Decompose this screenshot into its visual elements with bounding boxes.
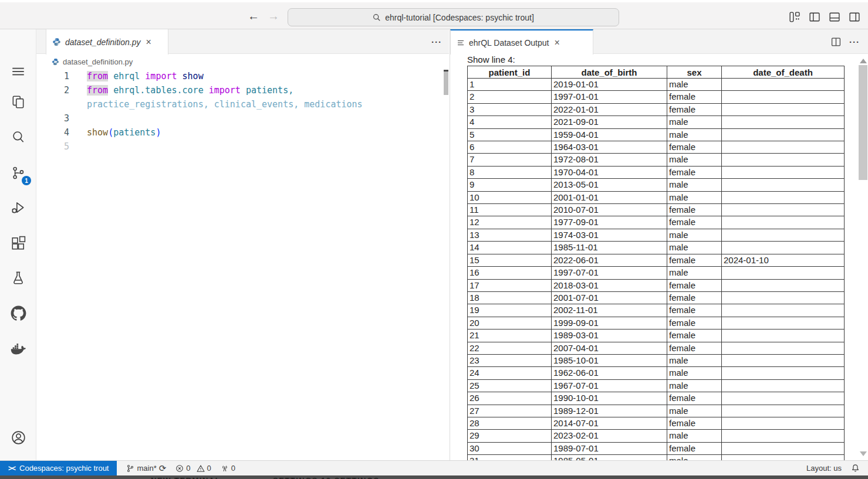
column-header: date_of_birth [552,66,667,79]
scroll-up-arrow-icon[interactable] [860,59,867,63]
table-cell: 13 [468,229,552,241]
table-cell [722,141,845,154]
activity-bar: 1 [0,29,36,460]
table-cell: male [667,354,722,366]
webview-scrollbar[interactable] [859,65,867,180]
table-cell: 1989-07-01 [552,442,667,454]
table-cell [722,379,845,392]
table-cell: female [667,254,722,266]
run-and-debug-icon[interactable] [9,198,28,217]
code-line: 5 [36,140,449,154]
table-cell: female [667,417,722,429]
command-center-label: ehrql-tutorial [Codespaces: psychic trou… [385,13,534,22]
tab-ehrql-dataset-output[interactable]: ehrQL Dataset Output × [450,29,593,55]
table-cell: female [667,291,722,304]
table-cell: male [667,191,722,203]
command-center-search[interactable]: ehrql-tutorial [Codespaces: psychic trou… [288,8,619,26]
line-number: 5 [36,140,69,154]
table-cell: 1989-12-01 [552,405,667,417]
github-icon[interactable] [9,304,28,322]
table-row: 182001-07-01female [468,291,845,304]
table-cell: 1977-09-01 [552,216,667,229]
remote-indicator[interactable]: >< Codespaces: psychic trout [0,461,117,475]
table-cell: 2013-05-01 [552,179,667,191]
table-row: 192002-11-01female [468,304,845,317]
table-cell: female [667,342,722,354]
nav-forward-icon[interactable]: → [268,9,279,23]
table-cell: 1999-09-01 [552,317,667,329]
breadcrumb[interactable]: dataset_definition.py [36,54,449,69]
clipped-text-right: SETTINGS 12 SETTINGS [273,476,380,479]
nav-back-icon[interactable]: ← [248,9,259,23]
table-cell: 2022-01-01 [552,103,667,115]
table-cell [722,342,845,354]
tab-dataset-definition[interactable]: dataset_definition.py × [46,29,168,55]
docker-icon[interactable] [9,339,28,358]
toggle-panel-icon[interactable] [828,11,841,23]
table-cell [722,304,845,317]
table-row: 301989-07-01female [468,442,845,454]
table-row: 271989-12-01male [468,405,845,417]
table-cell: female [667,166,722,178]
table-cell [722,279,845,291]
branch-status-item[interactable]: main* ⟳ [126,464,166,473]
close-icon[interactable]: × [144,38,152,47]
table-cell: male [667,367,722,379]
table-cell [722,166,845,178]
close-icon[interactable]: × [553,38,560,47]
clipped-background-strip: NEW TERMINAL SETTINGS 12 SETTINGS [0,475,868,479]
table-cell [722,392,845,405]
source-control-icon[interactable]: 1 [9,164,28,182]
table-cell: male [667,79,722,91]
line-number: 1 [36,69,69,83]
table-cell [722,229,845,241]
extensions-icon[interactable] [9,234,28,253]
split-editor-icon[interactable] [831,37,841,47]
layout-status-item[interactable]: Layout: us [806,464,842,473]
table-cell: 11 [468,204,552,216]
table-row: 71972-08-01male [468,154,845,166]
table-cell: 2014-07-01 [552,417,667,429]
table-cell: 31 [468,455,552,460]
output-panel-group: ehrQL Dataset Output × ··· Show line 4: … [450,29,868,460]
panel-more-actions-icon[interactable]: ··· [849,37,860,47]
notifications-bell-icon[interactable] [851,464,860,473]
explorer-icon[interactable] [9,93,28,111]
table-row: 222007-04-01female [468,342,845,354]
ports-status-item[interactable]: 0 [221,464,235,473]
table-cell [722,329,845,342]
table-cell [722,91,845,103]
table-row: 21997-01-01female [468,91,845,103]
account-icon[interactable] [9,428,28,447]
table-cell: male [667,229,722,241]
scroll-down-arrow-icon[interactable] [860,451,867,456]
editor-more-actions-icon[interactable]: ··· [431,37,442,47]
search-sidebar-icon[interactable] [9,128,28,147]
breadcrumb-item[interactable]: dataset_definition.py [63,57,133,66]
warning-icon [197,464,205,473]
scm-badge: 1 [22,176,31,185]
table-cell: 26 [468,392,552,405]
code-editor[interactable]: 1from ehrql import show2from ehrql.table… [36,69,449,460]
table-cell: 2 [468,91,552,103]
table-cell [722,79,845,91]
toggle-secondary-sidebar-icon[interactable] [848,11,861,23]
problems-status-item[interactable]: 0 0 [175,464,211,473]
table-cell: female [667,317,722,329]
table-cell: 27 [468,405,552,417]
table-cell: 1964-03-01 [552,141,667,154]
table-cell: 7 [468,154,552,166]
python-file-icon [52,58,59,66]
menu-icon[interactable] [9,62,28,81]
table-cell: 1 [468,79,552,91]
table-cell [722,430,845,442]
customize-layout-icon[interactable] [788,11,801,23]
toggle-sidebar-icon[interactable] [808,11,821,23]
testing-flask-icon[interactable] [9,269,28,287]
table-cell: 2007-04-01 [552,342,667,354]
editor-scrollbar[interactable] [444,72,448,95]
table-cell: 1970-04-01 [552,166,667,178]
table-cell: 1985-10-01 [552,354,667,366]
table-cell: 19 [468,304,552,317]
table-row: 282014-07-01female [468,417,845,429]
